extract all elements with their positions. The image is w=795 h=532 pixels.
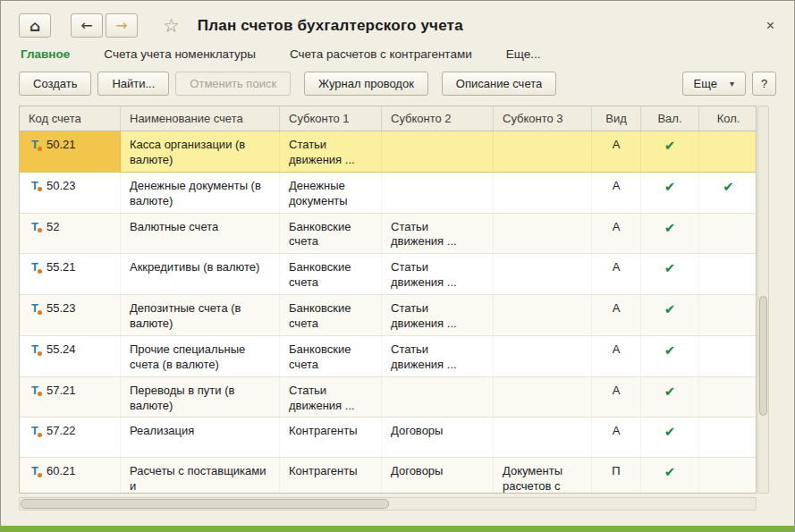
account-description-button[interactable]: Описание счета bbox=[442, 72, 556, 96]
account-kind-cell[interactable]: А bbox=[592, 214, 641, 254]
subconto1-cell[interactable]: Денежные документы bbox=[280, 173, 382, 213]
account-kind-cell[interactable]: А bbox=[592, 295, 641, 335]
subconto3-cell[interactable] bbox=[494, 295, 592, 335]
account-code-cell[interactable]: Т60.21 bbox=[20, 458, 121, 494]
close-icon[interactable]: × bbox=[763, 18, 778, 34]
subconto2-cell[interactable] bbox=[382, 173, 494, 213]
subconto3-cell[interactable] bbox=[494, 131, 592, 172]
table-row[interactable]: Т57.22РеализацияКонтрагентыДоговорыА✔ bbox=[20, 418, 756, 458]
account-code-cell[interactable]: Т57.21 bbox=[20, 377, 121, 418]
currency-flag-cell[interactable]: ✔ bbox=[641, 254, 699, 294]
subconto2-cell[interactable] bbox=[382, 131, 494, 172]
table-row[interactable]: Т55.23Депозитные счета (в валюте)Банковс… bbox=[20, 295, 756, 336]
currency-flag-cell[interactable]: ✔ bbox=[641, 377, 699, 418]
subconto3-cell[interactable] bbox=[494, 173, 592, 213]
subconto3-cell[interactable] bbox=[494, 336, 592, 376]
subconto1-cell[interactable]: Банковские счета bbox=[280, 336, 382, 376]
account-name-cell[interactable]: Расчеты с поставщиками и bbox=[121, 458, 280, 494]
currency-flag-cell[interactable]: ✔ bbox=[641, 131, 699, 172]
quantity-flag-cell[interactable] bbox=[699, 131, 757, 172]
currency-flag-cell[interactable]: ✔ bbox=[641, 336, 699, 376]
quantity-flag-cell[interactable] bbox=[699, 254, 757, 294]
horizontal-scrollbar-thumb[interactable] bbox=[21, 499, 389, 509]
quantity-flag-cell[interactable] bbox=[699, 418, 757, 457]
back-button[interactable]: ← bbox=[71, 13, 103, 38]
account-kind-cell[interactable]: А bbox=[592, 336, 641, 376]
subconto1-cell[interactable]: Контрагенты bbox=[280, 458, 382, 494]
subconto1-cell[interactable]: Банковские счета bbox=[280, 254, 382, 294]
table-row[interactable]: Т57.21Переводы в пути (в валюте)Статьи д… bbox=[20, 377, 756, 418]
currency-flag-cell[interactable]: ✔ bbox=[641, 458, 699, 494]
currency-flag-cell[interactable]: ✔ bbox=[641, 173, 699, 213]
subconto2-cell[interactable] bbox=[382, 377, 494, 418]
favorite-star-icon[interactable]: ☆ bbox=[163, 15, 180, 37]
find-button[interactable]: Найти... bbox=[97, 72, 169, 96]
subconto3-cell[interactable] bbox=[494, 418, 592, 457]
subconto2-cell[interactable]: Статьи движения ... bbox=[382, 336, 494, 376]
column-header[interactable]: Наименование счета bbox=[121, 106, 280, 131]
account-kind-cell[interactable]: А bbox=[592, 131, 641, 172]
quantity-flag-cell[interactable] bbox=[699, 458, 757, 494]
account-kind-cell[interactable]: А bbox=[592, 377, 641, 418]
tab-2[interactable]: Счета расчетов с контрагентами bbox=[290, 47, 472, 61]
horizontal-scrollbar[interactable] bbox=[19, 497, 757, 511]
account-name-cell[interactable]: Касса организации (в валюте) bbox=[121, 131, 280, 172]
currency-flag-cell[interactable]: ✔ bbox=[641, 295, 699, 335]
subconto2-cell[interactable]: Статьи движения ... bbox=[382, 295, 494, 335]
account-code-cell[interactable]: Т57.22 bbox=[20, 418, 121, 457]
column-header[interactable]: Субконто 1 bbox=[280, 106, 382, 131]
account-name-cell[interactable]: Прочие специальные счета (в валюте) bbox=[121, 336, 280, 376]
currency-flag-cell[interactable]: ✔ bbox=[641, 214, 699, 254]
quantity-flag-cell[interactable] bbox=[699, 214, 757, 254]
account-name-cell[interactable]: Валютные счета bbox=[121, 214, 280, 254]
subconto3-cell[interactable] bbox=[494, 254, 592, 294]
subconto1-cell[interactable]: Статьи движения ... bbox=[280, 131, 382, 172]
table-row[interactable]: Т52Валютные счетаБанковские счетаСтатьи … bbox=[20, 214, 756, 255]
forward-button[interactable]: → bbox=[106, 13, 138, 38]
subconto1-cell[interactable]: Контрагенты bbox=[280, 418, 382, 457]
column-header[interactable]: Кол. bbox=[699, 106, 757, 131]
subconto1-cell[interactable]: Статьи движения ... bbox=[280, 377, 382, 418]
account-kind-cell[interactable]: А bbox=[592, 254, 641, 294]
account-code-cell[interactable]: Т55.23 bbox=[20, 295, 121, 335]
subconto2-cell[interactable]: Договоры bbox=[382, 418, 494, 457]
subconto2-cell[interactable]: Договоры bbox=[382, 458, 494, 494]
table-row[interactable]: Т55.21Аккредитивы (в валюте)Банковские с… bbox=[20, 254, 756, 295]
account-name-cell[interactable]: Аккредитивы (в валюте) bbox=[121, 254, 280, 294]
quantity-flag-cell[interactable] bbox=[699, 377, 757, 418]
tab-1[interactable]: Счета учета номенклатуры bbox=[104, 47, 256, 61]
quantity-flag-cell[interactable] bbox=[699, 295, 757, 335]
subconto2-cell[interactable]: Статьи движения ... bbox=[382, 214, 494, 254]
home-button[interactable]: ⌂ bbox=[19, 13, 51, 38]
table-row[interactable]: Т60.21Расчеты с поставщиками иКонтрагент… bbox=[20, 458, 756, 494]
account-code-cell[interactable]: Т55.21 bbox=[20, 254, 121, 294]
currency-flag-cell[interactable]: ✔ bbox=[641, 418, 699, 457]
column-header[interactable]: Вал. bbox=[641, 106, 699, 131]
help-button[interactable]: ? bbox=[752, 72, 776, 96]
create-button[interactable]: Создать bbox=[19, 72, 91, 96]
table-row[interactable]: Т50.23Денежные документы (в валюте)Денеж… bbox=[20, 173, 756, 214]
subconto2-cell[interactable]: Статьи движения ... bbox=[382, 254, 494, 294]
quantity-flag-cell[interactable]: ✔ bbox=[699, 173, 757, 213]
more-button[interactable]: Еще ▾ bbox=[682, 72, 746, 96]
tab-0[interactable]: Главное bbox=[21, 47, 70, 61]
subconto1-cell[interactable]: Банковские счета bbox=[280, 295, 382, 335]
column-header[interactable]: Субконто 2 bbox=[382, 106, 494, 131]
tab-3[interactable]: Еще... bbox=[506, 47, 541, 61]
account-kind-cell[interactable]: А bbox=[592, 418, 641, 457]
subconto3-cell[interactable] bbox=[494, 377, 592, 418]
cancel-search-button[interactable]: Отменить поиск bbox=[175, 72, 291, 96]
account-code-cell[interactable]: Т50.23 bbox=[20, 173, 121, 213]
table-row[interactable]: Т55.24Прочие специальные счета (в валюте… bbox=[20, 336, 756, 377]
journal-button[interactable]: Журнал проводок bbox=[304, 72, 428, 96]
account-name-cell[interactable]: Денежные документы (в валюте) bbox=[121, 173, 280, 213]
account-code-cell[interactable]: Т50.21 bbox=[20, 131, 121, 172]
account-code-cell[interactable]: Т52 bbox=[20, 214, 121, 254]
table-row[interactable]: Т50.21Касса организации (в валюте)Статьи… bbox=[20, 131, 756, 173]
account-kind-cell[interactable]: П bbox=[592, 458, 641, 494]
column-header[interactable]: Вид bbox=[592, 106, 641, 131]
quantity-flag-cell[interactable] bbox=[699, 336, 757, 376]
vertical-scrollbar[interactable] bbox=[757, 106, 769, 494]
vertical-scrollbar-thumb[interactable] bbox=[759, 296, 767, 416]
account-name-cell[interactable]: Переводы в пути (в валюте) bbox=[121, 377, 280, 418]
